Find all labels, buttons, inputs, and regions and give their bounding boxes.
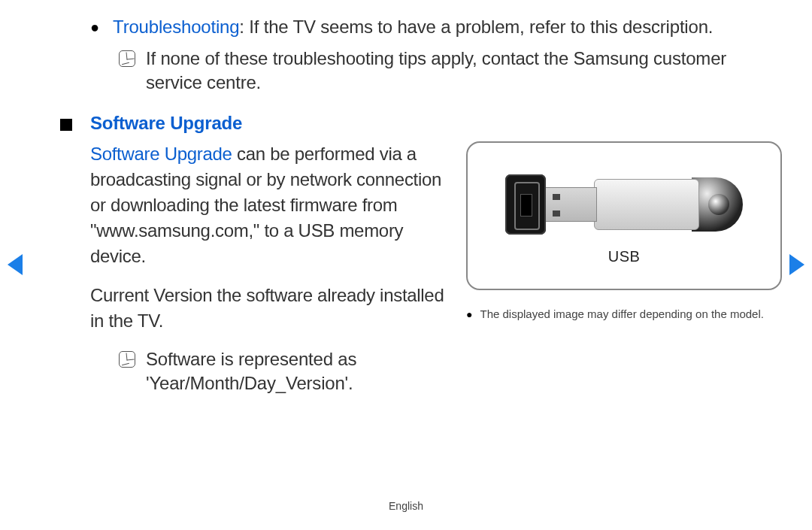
troubleshooting-bullet: ● Troubleshooting: If the TV seems to ha… bbox=[90, 15, 767, 39]
right-column: USB ● The displayed image may differ dep… bbox=[466, 141, 767, 395]
usb-illustration-box: USB bbox=[466, 141, 782, 290]
current-version-text: Current Version the software already ins… bbox=[90, 283, 448, 334]
note-icon bbox=[119, 50, 135, 67]
software-upgrade-heading: Software Upgrade bbox=[90, 113, 242, 134]
software-format-note: Software is represented as 'Year/Month/D… bbox=[119, 347, 448, 395]
usb-label: USB bbox=[608, 248, 641, 265]
software-upgrade-lead-bold: Software Upgrade bbox=[90, 144, 232, 164]
usb-caption: ● The displayed image may differ dependi… bbox=[466, 307, 767, 322]
usb-body-icon bbox=[594, 179, 699, 230]
software-format-note-text: Software is represented as 'Year/Month/D… bbox=[146, 347, 448, 395]
troubleshooting-note: If none of these troubleshooting tips ap… bbox=[119, 47, 767, 95]
troubleshooting-note-text: If none of these troubleshooting tips ap… bbox=[146, 47, 767, 95]
usb-port-icon bbox=[505, 174, 546, 235]
troubleshooting-desc: : If the TV seems to have a problem, ref… bbox=[239, 17, 713, 37]
page-footer-language: English bbox=[0, 500, 812, 512]
software-upgrade-section: Software Upgrade bbox=[60, 113, 767, 134]
usb-plug-icon bbox=[544, 187, 597, 222]
section-square-icon bbox=[60, 119, 72, 131]
usb-cap-icon bbox=[692, 177, 743, 232]
bullet-dot-icon: ● bbox=[90, 15, 99, 39]
content-row: Software Upgrade can be performed via a … bbox=[90, 141, 767, 395]
usb-drive-illustration bbox=[505, 174, 743, 235]
caption-bullet-icon: ● bbox=[466, 308, 472, 320]
usb-caption-text: The displayed image may differ depending… bbox=[480, 307, 763, 322]
manual-page: ● Troubleshooting: If the TV seems to ha… bbox=[0, 0, 812, 530]
troubleshooting-text: Troubleshooting: If the TV seems to have… bbox=[113, 15, 713, 39]
troubleshooting-label: Troubleshooting bbox=[113, 17, 239, 37]
left-column: Software Upgrade can be performed via a … bbox=[90, 141, 448, 395]
note-icon bbox=[119, 351, 135, 368]
software-upgrade-lead: Software Upgrade can be performed via a … bbox=[90, 141, 448, 269]
